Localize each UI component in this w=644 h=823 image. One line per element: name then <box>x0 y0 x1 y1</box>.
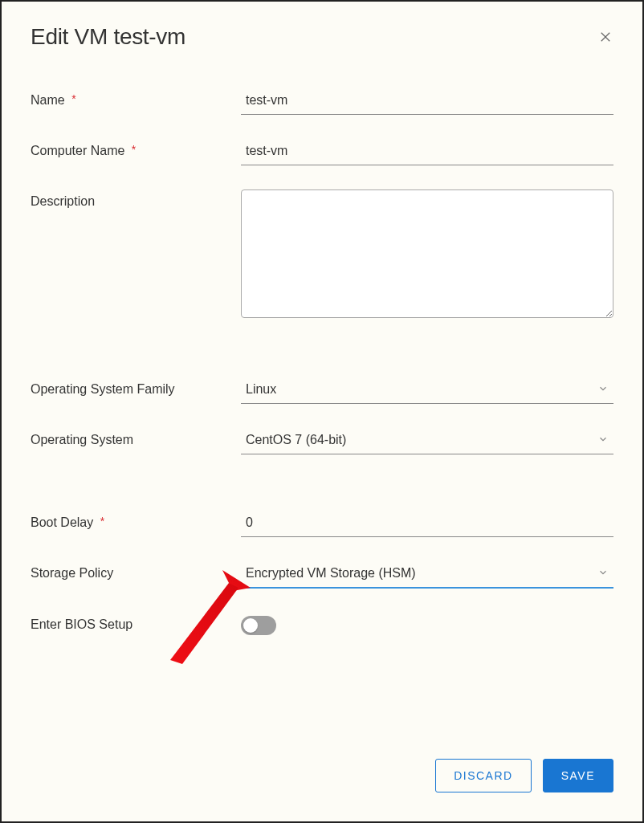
discard-button[interactable]: DISCARD <box>435 759 532 792</box>
dialog-footer: DISCARD SAVE <box>435 759 613 792</box>
os-select[interactable]: CentOS 7 (64-bit) <box>241 428 613 454</box>
label-text: Boot Delay <box>31 515 93 529</box>
row-computer-name: Computer Name * <box>31 139 613 165</box>
select-value: CentOS 7 (64-bit) <box>241 428 613 454</box>
enter-bios-toggle[interactable] <box>241 616 276 635</box>
save-button[interactable]: SAVE <box>543 759 613 792</box>
label-text: Computer Name <box>31 144 124 157</box>
required-marker: * <box>132 143 136 156</box>
name-label: Name * <box>31 88 241 108</box>
description-label: Description <box>31 189 241 209</box>
description-textarea[interactable] <box>241 189 613 318</box>
section-gap <box>31 479 613 511</box>
os-family-label: Operating System Family <box>31 377 241 397</box>
os-family-select[interactable]: Linux <box>241 377 613 404</box>
row-storage-policy: Storage Policy Encrypted VM Storage (HSM… <box>31 561 613 589</box>
row-boot-delay: Boot Delay * <box>31 511 613 537</box>
required-marker: * <box>71 92 75 105</box>
os-label: Operating System <box>31 428 241 447</box>
section-gap <box>31 345 613 377</box>
row-description: Description <box>31 189 613 321</box>
dialog-header: Edit VM test-vm <box>31 24 613 50</box>
name-input[interactable] <box>241 88 613 115</box>
boot-delay-label: Boot Delay * <box>31 511 241 530</box>
close-icon[interactable] <box>597 29 613 45</box>
storage-policy-label: Storage Policy <box>31 561 241 581</box>
edit-vm-dialog: Edit VM test-vm Name * Computer Name * D… <box>0 0 644 823</box>
dialog-title: Edit VM test-vm <box>31 24 185 50</box>
storage-policy-select[interactable]: Encrypted VM Storage (HSM) <box>241 561 613 589</box>
enter-bios-label: Enter BIOS Setup <box>31 613 241 632</box>
row-enter-bios: Enter BIOS Setup <box>31 613 613 635</box>
row-os: Operating System CentOS 7 (64-bit) <box>31 428 613 454</box>
required-marker: * <box>100 515 104 528</box>
label-text: Name <box>31 93 65 107</box>
select-value: Linux <box>241 377 613 403</box>
row-os-family: Operating System Family Linux <box>31 377 613 404</box>
boot-delay-input[interactable] <box>241 511 613 537</box>
computer-name-label: Computer Name * <box>31 139 241 158</box>
computer-name-input[interactable] <box>241 139 613 165</box>
toggle-knob <box>243 618 258 633</box>
select-value: Encrypted VM Storage (HSM) <box>241 561 613 587</box>
row-name: Name * <box>31 88 613 115</box>
